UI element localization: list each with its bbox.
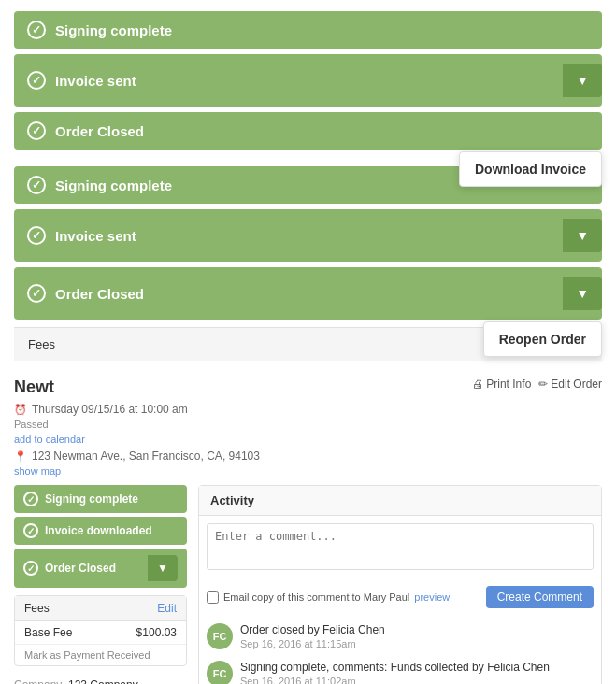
clock-icon (14, 403, 27, 416)
mini-order-closed: Order Closed ▼ (14, 549, 187, 588)
mini-invoice-label: Invoice downloaded (45, 524, 152, 537)
order-header: Newt Print Info Edit Order (14, 378, 602, 397)
date-row: Thursday 09/15/16 at 10:00 am (14, 403, 602, 416)
company-label: Company (14, 678, 61, 684)
add-cal-row: add to calendar (14, 433, 602, 446)
mini-order-dropdown-btn[interactable]: ▼ (148, 555, 178, 581)
reopen-order-text[interactable]: Reopen Order (499, 332, 586, 347)
mark-payment-link[interactable]: Mark as Payment Received (24, 649, 150, 661)
block2: Signing complete Invoice sent ▼ Order Cl… (14, 166, 602, 320)
create-comment-button[interactable]: Create Comment (486, 586, 594, 608)
activity-time-1: Sep 16, 2016 at 11:02am (240, 676, 594, 684)
main-content: Signing complete Invoice downloaded Orde… (14, 485, 602, 684)
invoice-sent-label-2: Invoice sent (55, 228, 563, 244)
order-closed-dropdown-btn-2[interactable]: ▼ (563, 277, 602, 310)
base-fee-label: Base Fee (24, 626, 72, 639)
activity-item-0: FC Order closed by Felicia Chen Sep 16, … (207, 623, 594, 649)
order-closed-label-1: Order Closed (55, 123, 602, 139)
order-closed-label-2: Order Closed (55, 286, 563, 302)
check-icon-order-1 (27, 121, 46, 140)
show-map-row: show map (14, 464, 602, 477)
email-copy-row: Email copy of this comment to Mary Paul … (207, 591, 450, 604)
check-icon-2 (27, 176, 46, 194)
reopen-order-popup[interactable]: Reopen Order (483, 321, 602, 357)
show-map-link[interactable]: show map (14, 465, 61, 477)
invoice-dropdown-btn-2[interactable]: ▼ (563, 219, 602, 252)
activity-text-0: Order closed by Felicia Chen (240, 623, 594, 636)
order-title-block: Newt (14, 378, 54, 397)
order-actions: Print Info Edit Order (472, 378, 602, 391)
order-address: 123 Newman Ave., San Francisco, CA, 9410… (32, 449, 260, 463)
base-fee-amount: $100.03 (136, 626, 177, 639)
company-value: 123 Company (68, 678, 138, 684)
contact-row-company: Company 123 Company (14, 676, 187, 684)
invoice-sent-bar-2: Invoice sent ▼ (14, 209, 602, 262)
check-icon-invoice-1 (27, 71, 46, 90)
mark-payment-row: Mark as Payment Received (15, 645, 186, 665)
bottom-section: Newt Print Info Edit Order Thursday 09/1… (0, 368, 616, 684)
mini-invoice-downloaded: Invoice downloaded (14, 517, 187, 545)
block1: Signing complete Invoice sent ▼ Order Cl… (14, 11, 602, 150)
email-copy-text: Email copy of this comment to Mary Paul (223, 591, 409, 603)
invoice-sent-label-1: Invoice sent (55, 73, 563, 89)
activity-time-0: Sep 16, 2016 at 11:15am (240, 638, 594, 649)
order-meta: Thursday 09/15/16 at 10:00 am Passed add… (14, 403, 602, 477)
mini-order-closed-label: Order Closed (45, 562, 116, 575)
mini-check-1 (23, 492, 38, 506)
edit-icon (538, 378, 548, 391)
signing-complete-bar-1: Signing complete (14, 11, 602, 49)
fees-section-edit-link[interactable]: Edit (157, 602, 177, 615)
mini-signing-complete: Signing complete (14, 485, 187, 513)
fees-section: Fees Edit Base Fee $100.03 Mark as Payme… (14, 595, 187, 666)
pin-icon (14, 449, 27, 463)
fee-row-base: Base Fee $100.03 (15, 621, 186, 645)
activity-item-1: FC Signing complete, comments: Funds col… (207, 661, 594, 684)
avatar-1: FC (207, 661, 233, 684)
check-icon-1 (27, 21, 46, 39)
address-row: 123 Newman Ave., San Francisco, CA, 9410… (14, 449, 602, 463)
add-cal-link[interactable]: add to calendar (14, 434, 85, 445)
left-panel: Signing complete Invoice downloaded Orde… (14, 485, 187, 684)
passed-status: Passed (14, 419, 49, 430)
comment-input[interactable] (207, 523, 594, 570)
comment-footer: Email copy of this comment to Mary Paul … (199, 580, 601, 616)
right-panel: Activity Email copy of this comment to M… (198, 485, 602, 684)
download-invoice-popup[interactable]: Download Invoice (459, 151, 602, 187)
activity-content-1: Signing complete, comments: Funds collec… (240, 661, 594, 684)
contact-section: Company 123 Company Contact Mary Paul Le… (14, 676, 187, 684)
mini-signing-label: Signing complete (45, 492, 138, 506)
activity-content-0: Order closed by Felicia Chen Sep 16, 201… (240, 623, 594, 649)
edit-order-link[interactable]: Edit Order (538, 378, 602, 391)
activity-header: Activity (199, 486, 601, 516)
order-closed-bar-1: Order Closed Download Invoice (14, 112, 602, 150)
email-copy-checkbox[interactable] (207, 591, 219, 604)
order-closed-bar-2: Order Closed ▼ Reopen Order (14, 267, 602, 320)
mini-check-3 (23, 561, 38, 576)
mini-check-2 (23, 523, 38, 538)
check-icon-invoice-2 (27, 226, 46, 245)
signing-complete-label-1: Signing complete (55, 22, 589, 38)
activity-log: FC Order closed by Felicia Chen Sep 16, … (199, 616, 601, 684)
fees-section-label: Fees (24, 602, 50, 615)
comment-area (199, 516, 601, 580)
fees-label: Fees (28, 337, 55, 351)
print-icon (472, 378, 483, 391)
fees-section-header: Fees Edit (15, 596, 186, 621)
passed-row: Passed (14, 418, 602, 431)
activity-text-1: Signing complete, comments: Funds collec… (240, 661, 594, 674)
preview-link[interactable]: preview (414, 591, 450, 603)
activity-section: Activity Email copy of this comment to M… (198, 485, 602, 684)
avatar-0: FC (207, 623, 233, 649)
print-info-link[interactable]: Print Info (472, 378, 531, 391)
order-date: Thursday 09/15/16 at 10:00 am (32, 403, 188, 416)
order-title: Newt (14, 378, 54, 397)
invoice-dropdown-btn-1[interactable]: ▼ (563, 64, 602, 97)
download-invoice-text[interactable]: Download Invoice (475, 162, 586, 177)
invoice-sent-bar-1: Invoice sent ▼ (14, 54, 602, 107)
check-icon-order-2 (27, 284, 46, 303)
top-section: Signing complete Invoice sent ▼ Order Cl… (0, 0, 616, 368)
